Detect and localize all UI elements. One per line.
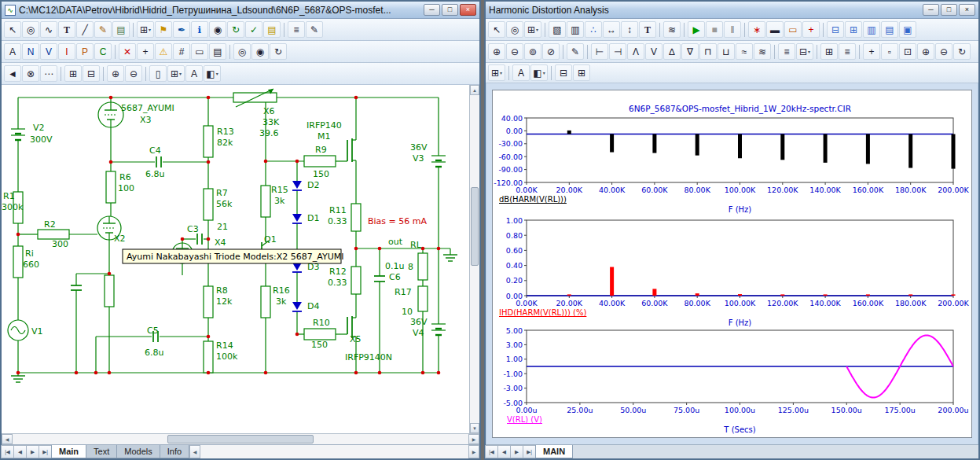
component-menu-icon[interactable]: ⊞▾: [137, 21, 154, 38]
properties-icon[interactable]: ⊞▾: [524, 21, 541, 38]
thick-trace-icon[interactable]: ▬: [766, 21, 784, 38]
magnify-icon[interactable]: ⊕: [917, 43, 934, 60]
scroll-down-button[interactable]: ▼: [470, 423, 479, 433]
title-block-icon[interactable]: ▤: [209, 43, 226, 60]
tab-scroll-track[interactable]: [200, 445, 468, 458]
back-circle-icon[interactable]: ◄: [4, 65, 21, 82]
low-icon[interactable]: ∇: [681, 43, 699, 60]
zoom-in-icon[interactable]: ⊕: [488, 43, 505, 60]
pin-connections-icon[interactable]: ✕: [119, 43, 136, 60]
scroll-up-button[interactable]: ▲: [470, 85, 479, 95]
copy-view-icon[interactable]: ⊞: [64, 65, 82, 82]
stop-icon[interactable]: ■: [706, 21, 723, 38]
restore-scale-icon[interactable]: ⊘: [542, 43, 560, 60]
region-icon[interactable]: ▤: [263, 21, 281, 38]
split-grid-icon[interactable]: ⊞▾: [167, 65, 185, 82]
zoom-out-icon[interactable]: ⊖: [125, 65, 142, 82]
high-icon[interactable]: ∆: [663, 43, 681, 60]
cursor-mode-icon[interactable]: ▥: [567, 21, 584, 38]
paste-view-icon[interactable]: ⊟: [83, 65, 100, 82]
font-icon[interactable]: A: [512, 64, 530, 81]
options-icon[interactable]: ⋯: [40, 65, 57, 82]
flag-icon[interactable]: ⚑: [155, 21, 172, 38]
edit-icon[interactable]: ✎: [567, 43, 584, 60]
power-icon[interactable]: P: [76, 43, 94, 60]
node-voltages-icon[interactable]: V: [40, 43, 57, 60]
close-button[interactable]: ×: [959, 4, 975, 16]
scroll-right-button[interactable]: ▶: [468, 434, 479, 444]
tracker-icon[interactable]: ▫: [881, 43, 898, 60]
vscroll-thumb[interactable]: [471, 187, 479, 266]
reduce-icon[interactable]: ⊖: [935, 43, 952, 60]
ruler-icon[interactable]: ▭: [784, 21, 802, 38]
crosshair-icon[interactable]: +: [137, 43, 154, 60]
zoom-in-icon[interactable]: ⊕: [107, 65, 124, 82]
tab-models[interactable]: Models: [116, 445, 160, 458]
currents-icon[interactable]: I: [58, 43, 75, 60]
refresh-icon[interactable]: ↻: [953, 43, 971, 60]
autoscale-icon[interactable]: ⊚: [524, 43, 541, 60]
ghost-mode-icon[interactable]: ◎: [22, 21, 39, 38]
cursor-position-icon[interactable]: +: [863, 43, 880, 60]
close-button[interactable]: ×: [460, 4, 476, 16]
vertical-tag-icon[interactable]: ↕: [621, 21, 638, 38]
run-icon[interactable]: ▶: [688, 21, 705, 38]
left-titlebar[interactable]: ∿ C:\MC12\DATA\Petrov\Hibrid\Hidrid_Петр…: [2, 2, 479, 19]
page-nav-button-2[interactable]: ▶: [510, 445, 523, 458]
vscroll-track[interactable]: [470, 95, 479, 423]
zoom-out-icon[interactable]: ⊖: [506, 43, 523, 60]
copy-all-icon[interactable]: ⊞: [573, 64, 590, 81]
grid-options-icon[interactable]: ⊞▾: [488, 64, 505, 81]
point-tag-icon[interactable]: ∴: [585, 21, 602, 38]
right-titlebar[interactable]: Harmonic Distortion Analysis ─□×: [486, 2, 978, 19]
hscroll-track[interactable]: [13, 434, 468, 444]
pause-icon[interactable]: ‖: [724, 21, 741, 38]
wire-mode-icon[interactable]: ∿: [40, 21, 57, 38]
animate-icon[interactable]: ↻: [227, 21, 244, 38]
label-branches-icon[interactable]: ≡: [839, 43, 856, 60]
schematic-horizontal-scrollbar[interactable]: ◀ ▶: [2, 433, 479, 444]
clipboard-icon[interactable]: ⊟▾: [796, 43, 813, 60]
find-icon[interactable]: ◎: [233, 43, 251, 60]
conditions-icon[interactable]: C: [94, 43, 112, 60]
list-icon[interactable]: ≡: [288, 21, 305, 38]
ink-pen-icon[interactable]: ✒: [173, 21, 190, 38]
go-right-icon[interactable]: ⊣: [609, 43, 626, 60]
pencil-icon[interactable]: ✎: [94, 21, 112, 38]
maximize-button[interactable]: □: [941, 4, 957, 16]
top-icon[interactable]: ⊓: [699, 43, 717, 60]
waveform-list-icon[interactable]: ≡: [778, 43, 795, 60]
font-icon[interactable]: A: [185, 65, 203, 82]
zoom-region-icon[interactable]: ⊡: [899, 43, 916, 60]
page-nav-button-1[interactable]: ◀: [13, 445, 27, 458]
tab-main[interactable]: MAIN: [535, 445, 573, 458]
tab-info[interactable]: Info: [160, 445, 189, 458]
select-tool[interactable]: ↖: [4, 21, 21, 38]
global-icon[interactable]: ≋: [754, 43, 771, 60]
schematic-vertical-scrollbar[interactable]: ▲ ▼: [469, 85, 479, 433]
scroll-left-button[interactable]: ◀: [2, 434, 13, 444]
schematic-canvas[interactable]: V2300V5687_AYUMIX3C46.8uR1382kX633K39.6I…: [2, 85, 469, 433]
page-nav-button-0[interactable]: |◀: [1, 445, 14, 458]
attribute-text-icon[interactable]: A: [4, 43, 21, 60]
close-circle-icon[interactable]: ⊗: [22, 65, 39, 82]
accumulate-plots-icon[interactable]: ≋: [663, 21, 681, 38]
tile-horizontal-icon[interactable]: ▥: [863, 21, 880, 38]
page-icon[interactable]: ▯: [149, 65, 167, 82]
page-nav-button-0[interactable]: |◀: [485, 445, 498, 458]
data-points-icon[interactable]: ∗: [748, 21, 765, 38]
tile-vertical-icon[interactable]: ▤: [881, 21, 898, 38]
view-icon[interactable]: ◉: [209, 21, 226, 38]
maximize-button[interactable]: □: [442, 4, 458, 16]
minimize-button[interactable]: ─: [923, 4, 939, 16]
page-nav-button-2[interactable]: ▶: [26, 445, 39, 458]
copy-graph-icon[interactable]: ⊟: [555, 64, 572, 81]
tab-main[interactable]: Main: [51, 445, 86, 458]
panel-vertical-icon[interactable]: ⊞: [845, 21, 862, 38]
minimize-button[interactable]: ─: [424, 4, 440, 16]
text-mode-icon[interactable]: T: [639, 21, 656, 38]
tab-text[interactable]: Text: [86, 445, 117, 458]
bottom-icon[interactable]: ⊔: [718, 43, 735, 60]
page-nav-button-3[interactable]: ▶|: [39, 445, 52, 458]
grid-icon[interactable]: #: [173, 43, 190, 60]
